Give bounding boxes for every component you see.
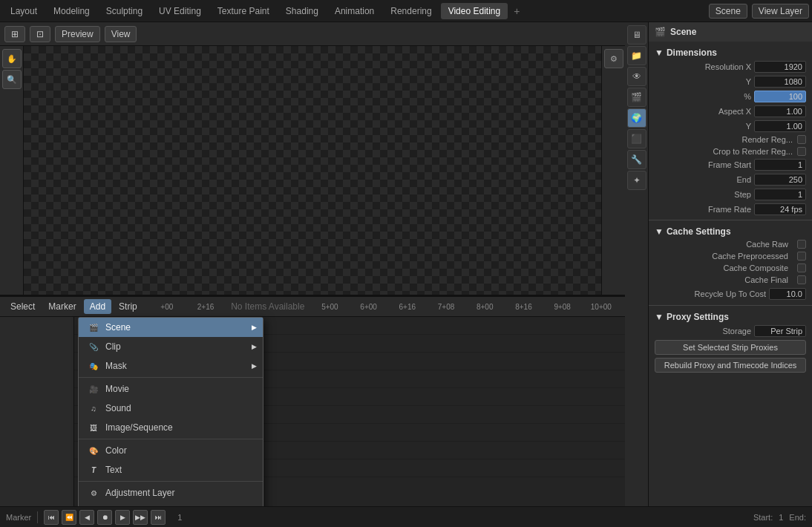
add-workspace-button[interactable]: + — [509, 4, 524, 19]
crop-render-label: Crop to Render Reg... — [713, 147, 793, 156]
particles-props-icon[interactable]: ✦ — [627, 171, 646, 190]
view-layer-button[interactable]: View Layer — [752, 4, 809, 19]
preview-right-toolbar: ⚙ — [601, 46, 625, 295]
bottom-bar: Marker ⏮ ⏪ ◀ ⏺ ▶ ▶▶ ⏭ 1 Start: 1 End: — [0, 506, 812, 527]
scene-selector[interactable]: Scene — [709, 4, 747, 19]
scene-props-icon[interactable]: 🎬 — [627, 88, 646, 107]
tab-video-editing[interactable]: Video Editing — [441, 3, 508, 19]
dropdown-item-image-seq[interactable]: 🖼 Image/Sequence — [79, 418, 263, 437]
world-props-icon[interactable]: 🌍 — [627, 108, 646, 128]
timeline-markers-row: +00 2+16 No Items Available 5+00 6+00 6+… — [148, 298, 621, 315]
aspect-y-label: Y — [655, 122, 751, 131]
view-layer-props-icon[interactable]: 👁 — [627, 67, 646, 86]
overlay-button[interactable]: ⊡ — [30, 26, 50, 42]
object-props-icon[interactable]: ⬛ — [627, 129, 646, 148]
dropdown-item-color[interactable]: 🎨 Color — [79, 441, 263, 460]
tab-animation[interactable]: Animation — [327, 3, 382, 19]
tab-modeling[interactable]: Modeling — [46, 3, 97, 19]
tab-layout[interactable]: Layout — [3, 3, 45, 19]
scene-header-icon: 🎬 — [655, 27, 666, 37]
tab-uv-editing[interactable]: UV Editing — [151, 3, 209, 19]
set-proxy-button[interactable]: Set Selected Strip Proxies — [655, 340, 806, 355]
cache-final-label: Cache Final — [744, 275, 788, 284]
render-region-checkbox[interactable] — [797, 135, 806, 144]
tab-rendering[interactable]: Rendering — [383, 3, 439, 19]
render-props-icon[interactable]: 🖥 — [627, 25, 646, 45]
frame-end-label: End — [655, 175, 751, 184]
cache-settings-title: ▼ Cache Settings — [655, 223, 806, 238]
rebuild-proxy-button[interactable]: Rebuild Proxy and Timecode Indices — [655, 358, 806, 373]
jump-start-button[interactable]: ⏮ — [44, 510, 59, 525]
percent-row: % — [655, 89, 806, 104]
aspect-y-row: Y — [655, 119, 806, 134]
dropdown-item-adjustment[interactable]: ⚙ Adjustment Layer — [79, 483, 263, 503]
frame-number: 1 — [177, 513, 182, 522]
end-label: End: — [789, 513, 806, 522]
zoom-tool-button[interactable]: 🔍 — [2, 70, 22, 89]
frame-start-label: Frame Start — [655, 160, 751, 169]
dropdown-item-effect-strip[interactable]: ✳ Effect Strip — [79, 503, 263, 506]
cache-raw-checkbox[interactable] — [797, 240, 806, 249]
storage-row: Storage Per Strip — [655, 324, 806, 338]
preview-viewport — [24, 46, 601, 295]
dropdown-item-mask[interactable]: 🎭 Mask — [79, 356, 263, 376]
preview-type-button[interactable]: Preview — [55, 26, 100, 42]
dropdown-item-sound[interactable]: ♫ Sound — [79, 399, 263, 418]
workspace-tabs: Layout Modeling Sculpting UV Editing Tex… — [3, 3, 524, 19]
frame-start-input[interactable] — [754, 159, 806, 171]
dropdown-item-scene[interactable]: 🎬 Scene — [79, 318, 263, 337]
tab-shading[interactable]: Shading — [278, 3, 326, 19]
properties-icon-sidebar: 🖥 📁 👁 🎬 🌍 ⬛ 🔧 ✦ — [625, 22, 649, 506]
step-forward-button[interactable]: ▶▶ — [133, 510, 148, 525]
time-marker-0: +00 — [148, 303, 186, 311]
sequencer-add-menu[interactable]: Add — [84, 299, 111, 314]
marker-label: Marker — [6, 513, 31, 522]
percent-input[interactable] — [754, 91, 806, 102]
recycle-row: Recycle Up To Cost — [655, 286, 806, 302]
sequencer-menu-bar: Select Marker Add Strip +00 2+16 No Item… — [0, 296, 625, 317]
modifier-props-icon[interactable]: 🔧 — [627, 150, 646, 169]
tab-sculpting[interactable]: Sculpting — [99, 3, 150, 19]
play-button[interactable]: ▶ — [115, 510, 130, 525]
cache-raw-label: Cache Raw — [746, 240, 788, 249]
dropdown-item-text[interactable]: T Text — [79, 460, 263, 479]
resolution-x-row: Resolution X — [655, 59, 806, 74]
cache-composite-checkbox[interactable] — [797, 264, 806, 272]
scene-icon: 🎬 — [88, 321, 99, 333]
cache-composite-row: Cache Composite — [655, 262, 806, 274]
frame-end-input[interactable] — [754, 174, 806, 186]
hand-tool-button[interactable]: ✋ — [2, 49, 22, 68]
jump-end-button[interactable]: ⏭ — [151, 510, 166, 525]
time-marker-9: 10+00 — [582, 303, 621, 311]
step-back-button[interactable]: ◀ — [79, 510, 94, 525]
output-props-icon[interactable]: 📁 — [627, 46, 646, 65]
view-menu-button[interactable]: View — [105, 26, 137, 42]
cache-final-checkbox[interactable] — [797, 275, 806, 284]
cache-preprocessed-checkbox[interactable] — [797, 252, 806, 261]
crop-render-checkbox[interactable] — [797, 147, 806, 156]
sequencer-select-menu[interactable]: Select — [4, 299, 41, 314]
sequencer-strip-menu[interactable]: Strip — [113, 299, 143, 314]
aspect-x-input[interactable] — [754, 105, 806, 117]
settings-icon[interactable]: ⚙ — [604, 49, 623, 68]
start-value: 1 — [779, 513, 783, 522]
middle-area: ⊞ ⊡ Preview View ✋ 🔍 ⚙ — [0, 22, 812, 506]
record-button[interactable]: ⏺ — [97, 510, 112, 525]
resolution-y-input[interactable] — [754, 76, 806, 88]
tab-texture-paint[interactable]: Texture Paint — [210, 3, 277, 19]
app-window: Layout Modeling Sculpting UV Editing Tex… — [0, 0, 812, 527]
grid-view-button[interactable]: ⊞ — [4, 26, 25, 42]
dropdown-divider-3 — [79, 481, 263, 482]
resolution-x-label: Resolution X — [655, 62, 751, 71]
frame-step-input[interactable] — [754, 189, 806, 200]
cache-final-row: Cache Final — [655, 274, 806, 286]
sequencer-area: Select Marker Add Strip +00 2+16 No Item… — [0, 295, 625, 506]
dropdown-item-clip[interactable]: 📎 Clip — [79, 337, 263, 356]
resolution-x-input[interactable] — [754, 61, 806, 73]
dropdown-item-movie[interactable]: 🎥 Movie — [79, 379, 263, 399]
frame-step-label: Step — [655, 190, 751, 199]
aspect-y-input[interactable] — [754, 120, 806, 132]
sequencer-marker-menu[interactable]: Marker — [42, 299, 82, 314]
prev-frame-button[interactable]: ⏪ — [62, 510, 76, 525]
recycle-input[interactable] — [769, 288, 806, 300]
